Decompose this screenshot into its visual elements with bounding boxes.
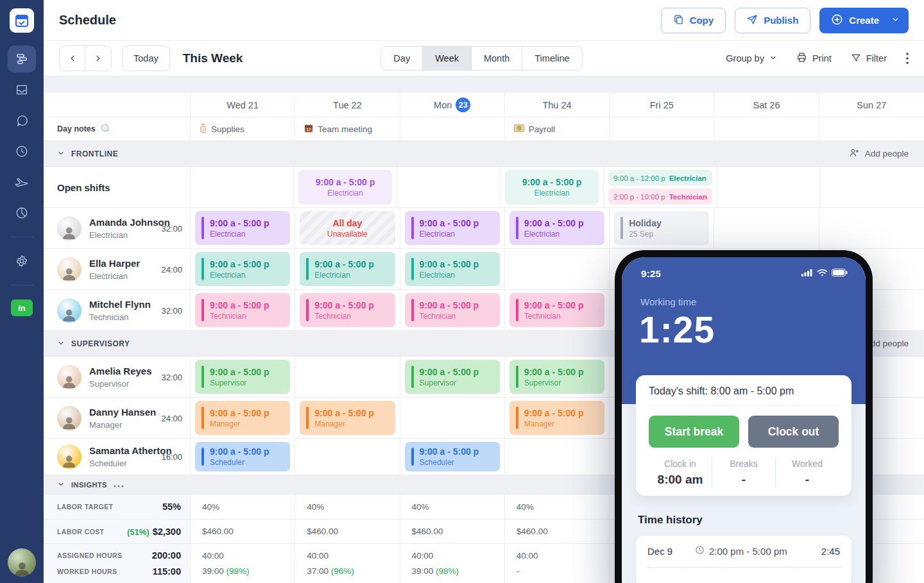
- user-avatar[interactable]: [8, 548, 36, 577]
- sidebar-item-inbox[interactable]: [8, 76, 36, 103]
- clock-out-button[interactable]: Clock out: [748, 416, 839, 448]
- schedule-cell[interactable]: 9:00 a - 12:00 pElectrician2:00 p - 10:0…: [604, 167, 717, 208]
- sidebar-item-chat[interactable]: [8, 107, 36, 134]
- tab-view-week[interactable]: Week: [423, 47, 472, 70]
- employee-avatar[interactable]: [57, 216, 81, 241]
- next-week-button[interactable]: [85, 46, 111, 71]
- schedule-cell[interactable]: 9:00 a - 5:00 pSupervisor: [191, 357, 295, 397]
- day-note-cell[interactable]: [400, 117, 505, 140]
- schedule-cell[interactable]: 9:00 a - 5:00 pElectrician: [505, 208, 610, 248]
- section-collapse-chevron-icon[interactable]: [57, 148, 65, 160]
- day-note-cell[interactable]: [610, 117, 714, 140]
- day-header[interactable]: Fri 25: [610, 93, 714, 117]
- schedule-cell[interactable]: [819, 208, 924, 248]
- sidebar-item-time-clock[interactable]: [8, 138, 36, 165]
- schedule-cell[interactable]: 9:00 a - 5:00 pManager: [295, 398, 400, 438]
- schedule-cell[interactable]: [717, 167, 821, 208]
- clocked-in-badge[interactable]: In: [11, 300, 33, 316]
- schedule-cell[interactable]: 9:00 a - 5:00 pTechnician: [191, 290, 295, 330]
- today-button[interactable]: Today: [122, 46, 170, 71]
- schedule-cell[interactable]: 9:00 a - 5:00 pScheduler: [400, 439, 505, 475]
- schedule-cell[interactable]: 9:00 a - 5:00 pElectrician: [295, 249, 400, 289]
- shift-card[interactable]: 9:00 a - 5:00 pElectrician: [300, 252, 395, 286]
- employee-avatar[interactable]: [57, 406, 81, 430]
- schedule-cell[interactable]: 9:00 a - 5:00 pManager: [505, 398, 610, 438]
- section-collapse-chevron-icon[interactable]: [57, 338, 65, 350]
- shift-card[interactable]: 9:00 a - 5:00 pElectrician: [505, 170, 599, 205]
- day-note-cell[interactable]: Supplies: [191, 117, 295, 140]
- sidebar-item-time-off[interactable]: [8, 169, 36, 196]
- employee-avatar[interactable]: [57, 257, 81, 282]
- shift-card[interactable]: 2:00 p - 10:00 pTechnician: [608, 189, 712, 205]
- start-break-button[interactable]: Start break: [649, 416, 739, 448]
- shift-card[interactable]: 9:00 a - 5:00 pElectrician: [298, 170, 392, 205]
- shift-card[interactable]: 9:00 a - 5:00 pManager: [195, 401, 290, 435]
- schedule-cell[interactable]: [295, 357, 400, 397]
- shift-card[interactable]: 9:00 a - 5:00 pTechnician: [509, 293, 604, 327]
- shift-card[interactable]: All dayUnavailable: [300, 211, 395, 245]
- shift-card[interactable]: 9:00 a - 5:00 pElectrician: [195, 211, 290, 245]
- schedule-cell[interactable]: 9:00 a - 5:00 pElectrician: [191, 208, 295, 248]
- day-header[interactable]: Mon23: [400, 93, 505, 117]
- time-history-row[interactable]: Dec 9 2:00 pm - 5:00 pm 2:45: [647, 545, 840, 568]
- day-notes-label[interactable]: Day notes: [44, 117, 191, 140]
- sidebar-item-reports[interactable]: [8, 199, 36, 226]
- more-options-button[interactable]: [906, 53, 909, 64]
- schedule-cell[interactable]: 9:00 a - 5:00 pManager: [191, 398, 295, 438]
- employee-avatar[interactable]: [57, 365, 81, 389]
- filter-button[interactable]: Filter: [851, 53, 887, 65]
- schedule-cell[interactable]: [397, 167, 501, 208]
- chevron-down-icon[interactable]: [891, 15, 900, 26]
- shift-card[interactable]: 9:00 a - 5:00 pSupervisor: [195, 360, 290, 394]
- schedule-cell[interactable]: [191, 167, 294, 208]
- day-header[interactable]: Sun 27: [819, 93, 924, 117]
- shift-card[interactable]: 9:00 a - 5:00 pTechnician: [300, 293, 395, 327]
- day-note-cell[interactable]: 17Team meeting: [295, 117, 400, 140]
- day-note-cell[interactable]: [819, 117, 924, 140]
- schedule-cell[interactable]: 9:00 a - 5:00 pElectrician: [191, 249, 295, 289]
- schedule-cell[interactable]: [295, 439, 400, 475]
- shift-card[interactable]: 9:00 a - 5:00 pManager: [300, 401, 395, 435]
- sidebar-item-settings[interactable]: [8, 248, 36, 275]
- section-collapse-chevron-icon[interactable]: [57, 479, 65, 491]
- schedule-cell[interactable]: 9:00 a - 5:00 pElectrician: [400, 208, 505, 248]
- schedule-cell[interactable]: 9:00 a - 5:00 pElectrician: [400, 249, 505, 289]
- shift-card[interactable]: Holiday25 Sep: [614, 211, 709, 245]
- app-logo-icon[interactable]: [10, 8, 34, 33]
- day-header[interactable]: Sat 26: [714, 93, 819, 117]
- schedule-cell[interactable]: [714, 208, 819, 248]
- shift-card[interactable]: 9:00 a - 5:00 pSupervisor: [509, 360, 604, 394]
- insights-more-icon[interactable]: [114, 480, 124, 489]
- schedule-cell[interactable]: 9:00 a - 5:00 pElectrician: [501, 167, 604, 208]
- shift-card[interactable]: 9:00 a - 5:00 pElectrician: [509, 211, 604, 245]
- print-button[interactable]: Print: [796, 52, 832, 65]
- add-people-button[interactable]: Add people: [849, 148, 909, 160]
- schedule-cell[interactable]: [400, 398, 505, 438]
- schedule-cell[interactable]: Holiday25 Sep: [610, 208, 714, 248]
- tab-view-day[interactable]: Day: [381, 47, 423, 70]
- sidebar-item-schedule[interactable]: [8, 46, 36, 72]
- day-header[interactable]: Wed 21: [191, 93, 295, 117]
- shift-card[interactable]: 9:00 a - 12:00 pElectrician: [608, 170, 712, 186]
- schedule-cell[interactable]: All dayUnavailable: [295, 208, 400, 248]
- shift-card[interactable]: 9:00 a - 5:00 pElectrician: [195, 252, 290, 286]
- tab-view-month[interactable]: Month: [472, 47, 522, 70]
- schedule-cell[interactable]: 9:00 a - 5:00 pTechnician: [505, 290, 610, 330]
- group-by-button[interactable]: Group by: [726, 53, 777, 63]
- schedule-cell[interactable]: [505, 249, 610, 289]
- day-note-cell[interactable]: [714, 117, 819, 140]
- shift-card[interactable]: 9:00 a - 5:00 pScheduler: [405, 442, 500, 471]
- shift-card[interactable]: 9:00 a - 5:00 pElectrician: [405, 211, 500, 245]
- day-note-cell[interactable]: ¥Payroll: [505, 117, 610, 140]
- day-header[interactable]: Tue 22: [295, 93, 400, 117]
- publish-button[interactable]: Publish: [735, 8, 810, 33]
- prev-week-button[interactable]: [60, 46, 85, 71]
- shift-card[interactable]: 9:00 a - 5:00 pTechnician: [405, 293, 500, 327]
- schedule-cell[interactable]: [821, 167, 924, 208]
- shift-card[interactable]: 9:00 a - 5:00 pSupervisor: [405, 360, 500, 394]
- schedule-cell[interactable]: 9:00 a - 5:00 pTechnician: [295, 290, 400, 330]
- employee-avatar[interactable]: [57, 444, 81, 469]
- schedule-cell[interactable]: [505, 439, 610, 475]
- shift-card[interactable]: 9:00 a - 5:00 pTechnician: [195, 293, 290, 327]
- copy-button[interactable]: Copy: [661, 8, 726, 33]
